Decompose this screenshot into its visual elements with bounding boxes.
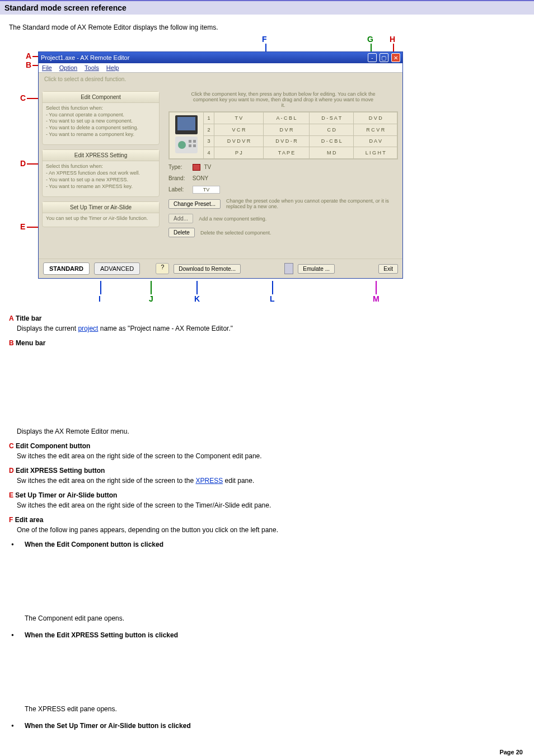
grid-cell[interactable]: A - C B L [263, 112, 309, 124]
download-button[interactable]: Download to Remote... [174, 264, 241, 274]
bullet-3-title: When the Set Up Timer or Air-Slide butto… [25, 722, 191, 730]
svg-point-3 [178, 141, 186, 149]
tick-I [100, 281, 101, 294]
connector-A [32, 56, 38, 57]
grid-cell[interactable]: P J [214, 147, 264, 159]
label-K: K [194, 294, 200, 303]
card2-line0: Select this function when: [46, 163, 156, 170]
exit-button[interactable]: Exit [378, 264, 398, 274]
setup-timer-card[interactable]: Set Up Timer or Air-Slide You can set up… [42, 201, 160, 227]
connector-D [27, 163, 38, 165]
menu-file[interactable]: File [42, 64, 52, 71]
label-value[interactable]: TV [193, 186, 221, 194]
standard-tab[interactable]: STANDARD [43, 262, 90, 275]
label-G: G [367, 35, 373, 44]
label-label: Label: [168, 186, 191, 192]
menu-option[interactable]: Option [59, 64, 77, 71]
screenshot-diagram: A B C D E F G H Project1.axe - AX Remote… [9, 35, 434, 301]
grid-cell[interactable]: D - S A T [310, 112, 354, 124]
delete-button[interactable]: Delete [168, 228, 195, 237]
tick-J [151, 281, 152, 294]
brand-label: Brand: [168, 175, 191, 181]
right-pane: Click the component key, then press any … [168, 91, 398, 237]
right-hint: Click the component key, then press any … [168, 91, 398, 111]
desc-D: D Edit XPRESS Setting button Sw itches t… [9, 467, 525, 485]
table-row: 1 T V A - C B L D - S A T D V D [170, 112, 397, 124]
component-grid: 1 T V A - C B L D - S A T D V D 2 V C R … [168, 111, 398, 159]
emulate-button[interactable]: Emulate ... [298, 264, 335, 274]
card1-line0: Select this function when: [46, 105, 156, 112]
svg-rect-7 [193, 144, 196, 147]
edit-component-card[interactable]: Edit Component Select this function when… [42, 91, 160, 145]
grid-cell[interactable]: D V D V R [214, 135, 264, 147]
edit-xpress-card[interactable]: Edit XPRESS Setting Select this function… [42, 149, 160, 197]
row-index: 4 [204, 147, 214, 159]
desc-B: B Menu bar Displays the AX Remote Editor… [9, 339, 525, 435]
grid-cell[interactable]: D A V [354, 135, 397, 147]
tick-F [265, 44, 266, 51]
bullet-2: When the Edit XPRESS Setting button is c… [9, 631, 525, 713]
desc-A-title: Title bar [16, 314, 41, 322]
change-preset-button[interactable]: Change Preset... [168, 199, 221, 209]
intro-text: The Standard mode of AX Remote Editor di… [9, 24, 525, 31]
bullet-2-sub: The XPRESS edit pane opens. [25, 705, 525, 713]
desc-B-title: Menu bar [16, 339, 45, 347]
menu-bar: File Option Tools Help [39, 63, 402, 73]
grid-cell[interactable]: T V [214, 112, 264, 124]
project-link[interactable]: project [78, 325, 98, 332]
desc-C-title: Edit Component button [16, 442, 90, 450]
edit-component-title: Edit Component [43, 92, 159, 103]
maximize-icon[interactable]: ▢ [380, 53, 388, 62]
grid-cell[interactable]: V C R [214, 124, 264, 135]
menu-tools[interactable]: Tools [85, 64, 99, 71]
bullet-3: When the Set Up Timer or Air-Slide butto… [9, 722, 525, 730]
connector-B [32, 65, 38, 66]
grid-cell[interactable]: M D [310, 147, 354, 159]
page-footer: Page 20 [499, 749, 523, 755]
desc-F: F Edit area One of the follow ing panes … [9, 516, 525, 534]
desc-A-key: A [9, 314, 14, 322]
label-A: A [26, 51, 31, 60]
label-E: E [20, 222, 25, 231]
close-icon[interactable]: ✕ [391, 53, 400, 62]
card2-line1: - An XPRESS function does not work well. [46, 170, 156, 177]
desc-A-pre: Displays the current [17, 325, 78, 332]
advanced-tab[interactable]: ADVANCED [94, 262, 140, 275]
remote-small-icon [284, 263, 293, 274]
minimize-icon[interactable]: - [368, 53, 377, 62]
delete-text: Delete the selected component. [200, 230, 398, 236]
card3-line0: You can set up the Timer or Air-Slide fu… [43, 213, 159, 224]
bullet-1: When the Edit Component button is clicke… [9, 541, 525, 622]
desc-D-title: Edit XPRESS Setting button [16, 467, 105, 475]
desc-B-key: B [9, 339, 14, 347]
card1-line2: - You want to set up a new component. [46, 118, 156, 125]
desc-F-text: One of the follow ing panes appears, dep… [17, 526, 525, 534]
grid-cell[interactable]: C D [310, 124, 354, 135]
label-M: M [373, 294, 380, 303]
help-icon[interactable]: ? [156, 263, 169, 274]
grid-cell[interactable]: T A P E [263, 147, 309, 159]
card1-line4: - You want to rename a component key. [46, 132, 156, 138]
grid-cell[interactable]: D V D - R [263, 135, 309, 147]
grid-cell[interactable]: L I G H T [354, 147, 397, 159]
table-row: 2 V C R D V R C D R C V R [170, 124, 397, 135]
menu-help[interactable]: Help [106, 64, 119, 71]
title-bar: Project1.axe - AX Remote Editor - ▢ ✕ [39, 52, 402, 63]
grid-cell[interactable]: D V R [263, 124, 309, 135]
desc-E: E Set Up Timer or Air-Slide button Sw it… [9, 491, 525, 509]
grid-cell[interactable]: D - C B L [310, 135, 354, 147]
desc-E-title: Set Up Timer or Air-Slide button [15, 491, 117, 499]
left-pane: Edit Component Select this function when… [42, 91, 160, 232]
tick-G [371, 44, 372, 51]
top-hint: Click to select a desired function. [39, 73, 402, 86]
remote-thumbnail [170, 112, 204, 159]
desc-C: C Edit Component button Sw itches the ed… [9, 442, 525, 460]
grid-cell[interactable]: D V D [354, 112, 397, 124]
row-index: 3 [204, 135, 214, 147]
tv-icon [193, 164, 200, 171]
xpress-link[interactable]: XPRESS [196, 477, 223, 485]
grid-cell[interactable]: R C V R [354, 124, 397, 135]
add-button[interactable]: Add... [168, 214, 193, 223]
desc-A-post: name as "Project name - AX Remote Editor… [98, 325, 233, 332]
table-row: 4 P J T A P E M D L I G H T [170, 147, 397, 159]
